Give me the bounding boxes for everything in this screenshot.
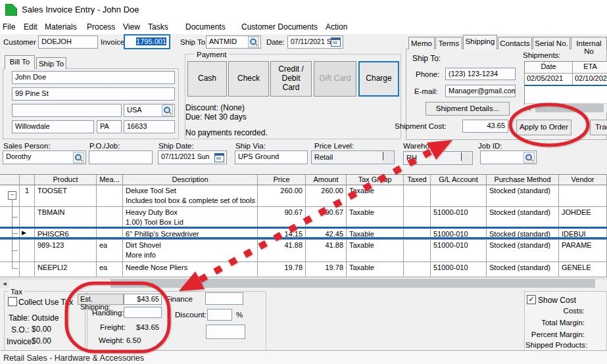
discount-amount-field[interactable] <box>206 325 245 339</box>
phone-field[interactable]: (123) 123-1234 <box>445 68 516 80</box>
grid-header-amount[interactable]: Amount <box>306 175 347 185</box>
billto-address-field[interactable]: 99 Pine St <box>12 87 175 101</box>
shipment-details-button[interactable]: Shipment Details... <box>425 102 510 116</box>
scroll-left-icon[interactable]: ◀ <box>525 104 532 112</box>
shipments-scroll-thumb[interactable] <box>535 104 604 112</box>
billto-zip-field[interactable]: 16633 <box>124 120 175 133</box>
tab-terms[interactable]: Terms <box>435 37 462 49</box>
lookup-icon[interactable] <box>248 37 259 48</box>
tax-table-value: Outside <box>32 313 59 323</box>
customer-id-field[interactable]: DOEJOH <box>38 35 98 49</box>
show-cost-checkbox[interactable]: ✓ <box>527 295 536 304</box>
job-id-field[interactable] <box>480 150 537 164</box>
track-button[interactable]: Trac <box>590 120 607 135</box>
collect-use-tax-checkbox[interactable] <box>8 297 17 306</box>
tab-contacts[interactable]: Contacts <box>498 37 532 49</box>
phone-label: Phone: <box>416 70 439 78</box>
shipments-label: Shipments: <box>523 51 561 59</box>
menu-documents[interactable]: Documents <box>185 22 226 32</box>
billto-country-field[interactable]: USA <box>124 104 175 117</box>
ship-date-calendar-icon[interactable] <box>214 153 224 162</box>
shipment-row-eta[interactable]: 02/10/202 <box>573 74 607 85</box>
shipments-scrollbar[interactable]: ◀ <box>525 103 607 112</box>
warehouse-dropdown[interactable]: RH <box>403 151 473 165</box>
credit-debit-card-button[interactable]: Credit / Debit Card <box>270 61 312 97</box>
invoice-field[interactable]: 1795.001 <box>124 34 170 49</box>
menu-view[interactable]: View <box>123 22 140 32</box>
grid-header-taxed[interactable]: Taxed <box>404 175 431 185</box>
grid-header-description[interactable]: Description <box>123 175 258 185</box>
invoice-label: Invoice: <box>101 38 127 46</box>
sales-person-value: Dorothy <box>6 152 32 160</box>
grid-header-product[interactable]: Product <box>35 175 97 185</box>
country-lookup-icon[interactable] <box>162 105 173 116</box>
grid-scroll-thumb[interactable] <box>110 279 595 288</box>
tab-memo[interactable]: Memo <box>408 37 435 49</box>
menu-action[interactable]: Action <box>326 22 347 32</box>
po-job-label: P.O./Job: <box>89 142 120 150</box>
price-level-chevron-icon[interactable] <box>383 152 393 163</box>
apply-to-order-button[interactable]: Apply to Order <box>516 120 571 135</box>
billto-state-field[interactable]: PA <box>97 120 122 133</box>
date-field[interactable]: 07/11/2021 Sun <box>287 35 343 49</box>
tab-ship-to-address[interactable]: Ship To <box>36 57 66 69</box>
grid-header-price[interactable]: Price <box>258 175 306 185</box>
tax-invoice-value: $0.00 <box>32 336 51 346</box>
tab-serial-no[interactable]: Serial No. <box>533 37 570 49</box>
job-id-lookup-icon[interactable] <box>523 152 535 163</box>
sales-person-lookup-icon[interactable] <box>73 152 84 163</box>
gift-card-button[interactable]: Gift Card <box>314 61 356 97</box>
menu-process[interactable]: Process <box>87 22 115 32</box>
grid-header-tax-group[interactable]: Tax Group <box>347 175 404 185</box>
ship-to-label: Ship To: <box>180 38 207 46</box>
shipments-grid[interactable]: Date ETA 02/05/2021 02/10/202 <box>524 61 607 104</box>
shipments-col-eta[interactable]: ETA <box>573 62 607 73</box>
table-row[interactable]: 1 TOOSET Deluxe Tool SetIncludes tool bo… <box>0 185 607 207</box>
menu-tasks[interactable]: Tasks <box>148 22 168 32</box>
grid-header-measure[interactable]: Mea... <box>97 175 123 185</box>
sales-person-field[interactable]: Dorothy <box>3 150 86 164</box>
grid-header-vendor[interactable]: Vendor <box>559 175 607 185</box>
billto-city-field[interactable]: Willowdale <box>12 120 94 133</box>
ship-via-field[interactable]: UPS Ground <box>235 150 308 164</box>
cash-button[interactable]: Cash <box>187 61 227 97</box>
menu-customer-documents[interactable]: Customer Documents <box>241 22 318 32</box>
tax-so-value: $0.00 <box>32 325 51 334</box>
ship-to-field[interactable]: ANTMID <box>206 35 261 49</box>
shipments-col-date[interactable]: Date <box>525 62 573 73</box>
collect-use-tax-label: Collect Use Tax <box>18 298 73 307</box>
shipment-row-date[interactable]: 02/05/2021 <box>525 74 573 85</box>
menu-file[interactable]: File <box>3 22 15 32</box>
grid-header-purchase-method[interactable]: Purchase Method <box>487 175 559 185</box>
table-row[interactable]: 989-123 ea Dirt ShovelMore info 41.88 41… <box>0 240 607 262</box>
price-level-dropdown[interactable]: Retail <box>311 150 395 164</box>
check-button[interactable]: Check <box>228 61 269 97</box>
table-row[interactable]: TBMAIN Heavy Duty Box1.00) Tool Box Lid … <box>0 207 607 229</box>
charge-button[interactable]: Charge <box>358 61 399 97</box>
scroll-left-icon[interactable]: ◀ <box>0 279 9 288</box>
grid-header-gl-account[interactable]: G/L Account <box>431 175 487 185</box>
shipment-cost-field[interactable]: 43.65 <box>462 120 508 133</box>
finance-field[interactable] <box>205 292 243 305</box>
discount-percent-sign: % <box>236 311 243 319</box>
menu-materials[interactable]: Materials <box>45 22 77 32</box>
ship-date-field[interactable]: 07/11/2021 Sun <box>158 150 227 164</box>
discount-label: Discount: <box>175 311 206 319</box>
calendar-icon[interactable] <box>331 37 341 47</box>
po-job-field[interactable] <box>89 150 153 164</box>
tab-shipping[interactable]: Shipping <box>463 35 497 49</box>
grid-scrollbar[interactable]: ◀ <box>0 279 607 288</box>
tab-internal-no[interactable]: Internal No <box>571 37 607 49</box>
discount-field[interactable] <box>207 309 232 321</box>
job-id-label: Job ID: <box>478 142 502 150</box>
tab-bill-to[interactable]: Bill To <box>5 55 35 69</box>
warehouse-chevron-icon[interactable] <box>461 152 472 164</box>
table-row[interactable]: NEEPLI2 ea Needle Nose Pliers 19.78 19.7… <box>0 262 607 277</box>
billto-address2-field[interactable] <box>12 104 122 117</box>
est-shipping-field[interactable]: $43.65 <box>124 294 162 305</box>
handling-field[interactable] <box>124 307 162 318</box>
ship-date-label: Ship Date: <box>158 142 194 150</box>
email-field[interactable]: Manager@gmail.com <box>445 85 516 97</box>
menu-edit[interactable]: Edit <box>24 22 37 32</box>
billto-name-field[interactable]: John Doe <box>12 71 175 84</box>
